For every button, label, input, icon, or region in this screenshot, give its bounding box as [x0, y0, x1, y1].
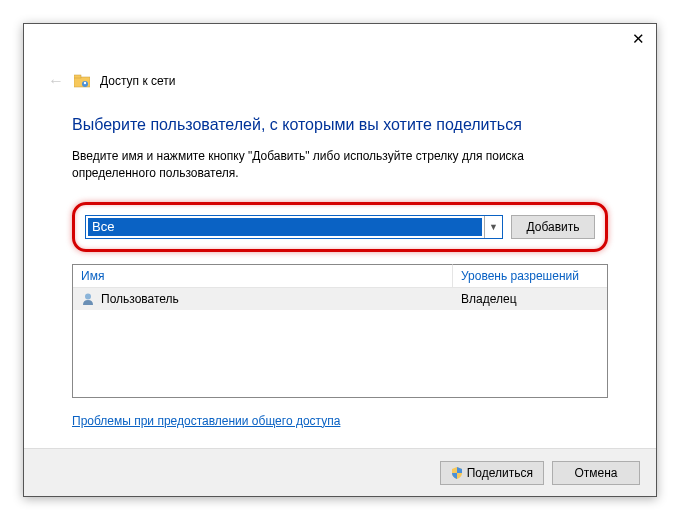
back-arrow-icon: ←	[48, 72, 64, 90]
user-combobox[interactable]: ▼	[85, 215, 503, 239]
chevron-down-icon[interactable]: ▼	[484, 216, 502, 238]
page-title: Выберите пользователей, с которыми вы хо…	[72, 116, 608, 134]
user-input[interactable]	[88, 218, 482, 236]
user-icon	[81, 292, 95, 306]
dialog-window: ✕ ← Доступ к сети Выберите пользователей…	[23, 23, 657, 497]
cancel-button[interactable]: Отмена	[552, 461, 640, 485]
cell-perm: Владелец	[453, 292, 607, 306]
add-button[interactable]: Добавить	[511, 215, 595, 239]
dialog-footer: Поделиться Отмена	[24, 448, 656, 496]
share-folder-icon	[74, 74, 90, 88]
close-icon[interactable]: ✕	[628, 30, 648, 50]
breadcrumb-title: Доступ к сети	[100, 74, 175, 88]
user-input-row: ▼ Добавить	[72, 202, 608, 252]
table-row[interactable]: Пользователь Владелец	[73, 288, 607, 310]
content-area: Выберите пользователей, с которыми вы хо…	[72, 116, 608, 428]
header-row: ← Доступ к сети	[48, 72, 175, 90]
col-name-header[interactable]: Имя	[73, 264, 453, 287]
cell-name: Пользователь	[73, 292, 453, 306]
table-header: Имя Уровень разрешений	[73, 264, 607, 288]
svg-point-4	[85, 293, 91, 299]
titlebar: ✕	[24, 24, 656, 54]
shield-icon	[451, 467, 463, 479]
share-button[interactable]: Поделиться	[440, 461, 544, 485]
instruction-text: Введите имя и нажмите кнопку "Добавить" …	[72, 148, 608, 182]
share-button-label: Поделиться	[467, 466, 533, 480]
svg-rect-0	[74, 77, 90, 87]
col-perm-header[interactable]: Уровень разрешений	[453, 264, 607, 287]
svg-point-3	[84, 82, 86, 84]
svg-rect-1	[74, 75, 81, 78]
help-link[interactable]: Проблемы при предоставлении общего досту…	[72, 414, 340, 428]
permissions-table: Имя Уровень разрешений Пользователь Влад…	[72, 264, 608, 398]
cell-name-text: Пользователь	[101, 292, 179, 306]
